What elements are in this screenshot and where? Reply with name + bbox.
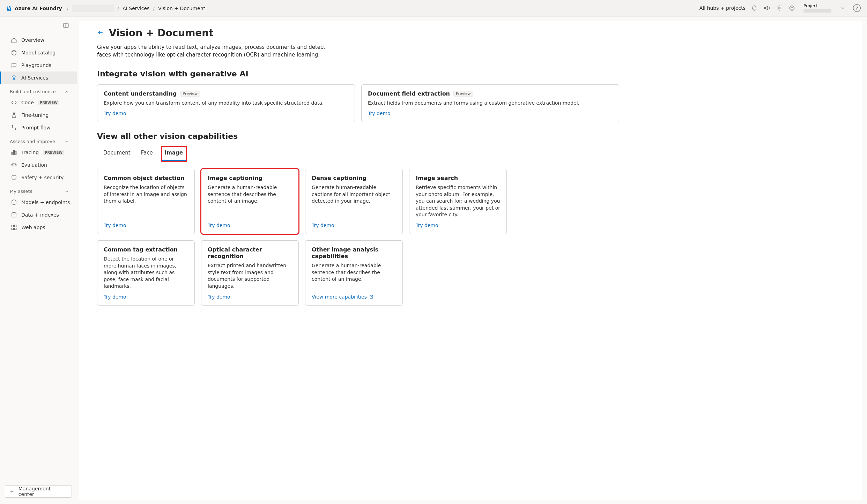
flow-icon <box>11 125 17 131</box>
sidebar-item-label: Fine-tuning <box>21 112 49 118</box>
chevron-down-icon <box>840 6 845 10</box>
breadcrumb-link-vision[interactable]: Vision + Document <box>158 6 205 11</box>
sidebar-item-evaluation[interactable]: Evaluation <box>0 159 77 171</box>
database-icon <box>11 212 17 218</box>
project-dropdown[interactable]: Project <box>801 3 848 14</box>
card-desc: Generate human-readable captions for all… <box>312 184 396 218</box>
sidebar-item-tracing[interactable]: Tracing PREVIEW <box>0 146 77 159</box>
try-demo-link[interactable]: Try demo <box>104 294 188 300</box>
card-dense-captioning[interactable]: Dense captioning Generate human-readable… <box>305 169 403 234</box>
sidebar-item-label: Playgrounds <box>21 62 51 68</box>
project-label: Project <box>803 4 831 9</box>
sidebar-section-build[interactable]: Build and customize <box>0 84 77 96</box>
breadcrumb-sep: / <box>117 6 119 11</box>
breadcrumb: / / AI Services / Vision + Document <box>67 5 205 12</box>
sidebar-item-label: Prompt flow <box>21 125 51 130</box>
flask-icon <box>11 112 17 118</box>
card-desc: Generate a human-readable sentence that … <box>208 184 292 218</box>
try-demo-link[interactable]: Try demo <box>104 223 188 228</box>
capability-tabs: Document Face Image <box>97 147 619 161</box>
try-demo-link[interactable]: Try demo <box>312 223 396 228</box>
try-demo-link[interactable]: Try demo <box>416 223 500 228</box>
sidebar-item-models-endpoints[interactable]: Models + endpoints <box>0 196 77 209</box>
sidebar-item-fine-tuning[interactable]: Fine-tuning <box>0 109 77 121</box>
page-description: Give your apps the ability to read text,… <box>97 44 334 59</box>
project-name-redacted <box>803 9 831 13</box>
svg-point-3 <box>793 8 793 8</box>
card-image-search[interactable]: Image search Retrieve specific moments w… <box>409 169 507 234</box>
preview-badge: Preview <box>180 91 200 97</box>
tracing-icon <box>11 149 17 156</box>
card-title: Dense captioning <box>312 175 396 181</box>
tab-face[interactable]: Face <box>140 147 154 161</box>
try-demo-link[interactable]: Try demo <box>208 294 292 300</box>
svg-rect-8 <box>12 228 13 230</box>
try-demo-link[interactable]: Try demo <box>208 223 292 228</box>
topbar-right: All hubs + projects Project ? <box>699 3 861 14</box>
breadcrumb-placeholder <box>72 5 114 12</box>
tab-image[interactable]: Image <box>162 147 186 161</box>
product-name: Azure AI Foundry <box>15 6 62 11</box>
svg-rect-7 <box>15 225 16 227</box>
product-logo[interactable]: Azure AI Foundry <box>6 5 62 12</box>
breadcrumb-link-ai-services[interactable]: AI Services <box>123 6 149 11</box>
back-button[interactable] <box>97 29 104 37</box>
shield-icon <box>11 174 17 181</box>
try-demo-link[interactable]: Try demo <box>104 111 348 116</box>
topbar: Azure AI Foundry / / AI Services / Visio… <box>0 0 867 17</box>
sidebar-section-assess[interactable]: Assess and improve <box>0 134 77 146</box>
sidebar-item-code[interactable]: Code PREVIEW <box>0 96 77 109</box>
card-common-object-detection[interactable]: Common object detection Recognize the lo… <box>97 169 195 234</box>
sidebar-item-label: Overview <box>21 37 44 43</box>
card-ocr[interactable]: Optical character recognition Extract pr… <box>201 240 299 306</box>
announcements-icon[interactable] <box>763 4 771 12</box>
capability-row-2: Common tag extraction Detect the locatio… <box>97 240 619 306</box>
notifications-icon[interactable] <box>750 4 758 12</box>
card-other-image-analysis[interactable]: Other image analysis capabilities Genera… <box>305 240 403 306</box>
sidebar-item-data-indexes[interactable]: Data + indexes <box>0 209 77 221</box>
svg-point-5 <box>12 212 16 214</box>
section-title-genai: Integrate vision with generative AI <box>97 69 619 78</box>
home-icon <box>11 37 17 43</box>
card-title: Common object detection <box>104 175 188 181</box>
sidebar-item-prompt-flow[interactable]: Prompt flow <box>0 121 77 134</box>
management-center-button[interactable]: Management center <box>5 485 72 498</box>
card-common-tag-extraction[interactable]: Common tag extraction Detect the locatio… <box>97 240 195 306</box>
box-icon <box>11 199 17 205</box>
sidebar-item-safety[interactable]: Safety + security <box>0 171 77 184</box>
card-document-field-extraction[interactable]: Document field extraction Preview Extrac… <box>361 84 619 122</box>
card-title: Image search <box>416 175 500 181</box>
card-image-captioning[interactable]: Image captioning Generate a human-readab… <box>201 169 299 234</box>
sidebar-item-label: Models + endpoints <box>21 200 70 205</box>
sidebar-item-overview[interactable]: Overview <box>0 34 77 46</box>
page-title: Vision + Document <box>109 27 214 39</box>
card-title: Image captioning <box>208 175 292 181</box>
sidebar-item-web-apps[interactable]: Web apps <box>0 221 77 234</box>
svg-point-1 <box>790 6 794 11</box>
sidebar-item-label: AI Services <box>21 75 48 81</box>
card-content-understanding[interactable]: Content understanding Preview Explore ho… <box>97 84 355 122</box>
card-title: Document field extraction <box>368 90 450 97</box>
view-more-link[interactable]: View more capabilities <box>312 294 396 300</box>
svg-rect-6 <box>12 225 13 227</box>
feedback-icon[interactable] <box>788 4 796 12</box>
sidebar-item-label: Web apps <box>21 225 45 230</box>
card-desc: Generate a human-readable sentence that … <box>312 262 396 290</box>
hubs-projects-link[interactable]: All hubs + projects <box>699 5 746 11</box>
sidebar-item-ai-services[interactable]: AI Services <box>0 72 77 84</box>
collapse-sidebar-icon[interactable] <box>63 22 69 30</box>
help-icon[interactable]: ? <box>853 4 861 12</box>
cube-icon <box>11 50 17 56</box>
settings-icon[interactable] <box>776 4 783 12</box>
tab-document[interactable]: Document <box>102 147 132 161</box>
grid-icon <box>11 224 17 231</box>
preview-badge: PREVIEW <box>38 100 59 105</box>
sidebar-item-label: Model catalog <box>21 50 55 55</box>
azure-logo-icon <box>6 5 13 12</box>
sidebar-item-model-catalog[interactable]: Model catalog <box>0 46 77 59</box>
sidebar-item-playgrounds[interactable]: Playgrounds <box>0 59 77 72</box>
try-demo-link[interactable]: Try demo <box>368 111 613 116</box>
card-desc: Recognize the location of objects of int… <box>104 184 188 218</box>
svg-rect-9 <box>15 228 16 230</box>
sidebar-section-assets[interactable]: My assets <box>0 184 77 196</box>
